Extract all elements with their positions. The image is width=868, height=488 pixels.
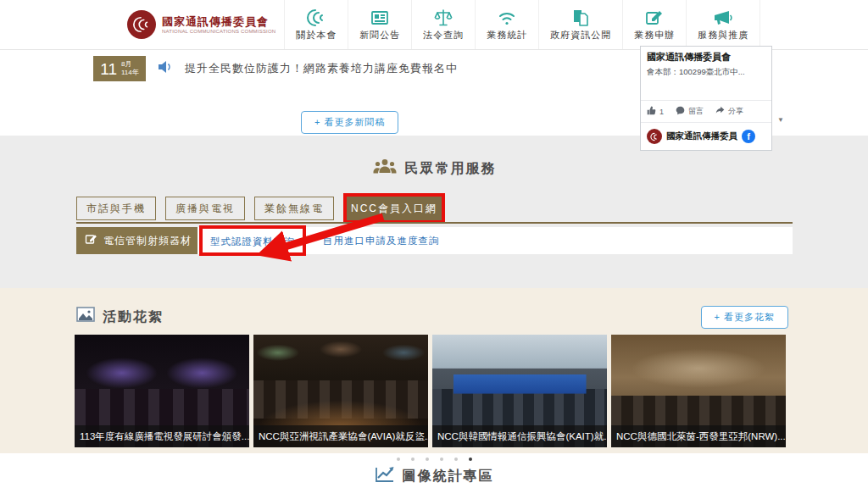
gallery-caption: NCC與亞洲視訊產業協會(AVIA)就反盜...: [253, 425, 428, 447]
speaker-icon: [157, 59, 174, 78]
logo-title: 國家通訊傳播委員會: [162, 15, 275, 29]
ncc-logo-icon: [127, 10, 156, 39]
nav-item-open-gov[interactable]: 政府資訊公開: [538, 0, 622, 49]
edit-icon: [644, 8, 665, 27]
nav-label: 政府資訊公開: [550, 29, 611, 42]
highlight-box-type-approval: 型式認證資料查詢: [199, 225, 306, 256]
widget-caret-icon[interactable]: ▼: [777, 116, 784, 124]
news-date-day: 11: [100, 61, 117, 77]
comment-icon[interactable]: [676, 106, 685, 117]
facebook-address: 會本部：100299臺北市中...: [647, 67, 765, 78]
gallery-card[interactable]: NCC與韓國情報通信振興協會(KAIT)就...: [432, 335, 607, 447]
comment-label[interactable]: 留言: [688, 106, 704, 117]
facebook-post: 國家通訊傳播委員會 會本部：100299臺北市中...: [641, 47, 771, 86]
picture-icon: [76, 307, 95, 327]
newspaper-icon: [370, 8, 390, 27]
gallery-caption: NCC與德國北萊茵-西發里亞邦(NRW)...: [611, 425, 786, 447]
facebook-page-header[interactable]: 國家通訊傳播委員 f: [641, 122, 771, 150]
more-news-button[interactable]: + 看更多新聞稿: [301, 111, 398, 134]
nav-menu: 關於本會 新聞公告 法令查詢: [284, 0, 760, 49]
signal-wave-icon: [306, 8, 326, 27]
tabs-divider: [76, 222, 793, 224]
common-services-section: 民眾常用服務 市話與手機 廣播與電視 業餘無線電 NCC會員入口網 電信管制射頻…: [0, 136, 868, 288]
news-date-badge: 11 8月114年: [93, 56, 146, 81]
nav-item-about[interactable]: 關於本會: [284, 0, 348, 49]
megaphone-icon: [712, 8, 734, 27]
gallery-section-title: 活動花絮: [103, 308, 164, 326]
site-logo[interactable]: 國家通訊傳播委員會 NATIONAL COMMUNICATIONS COMMIS…: [127, 10, 275, 39]
gallery-card[interactable]: 113年度有線廣播電視發展研討會頒發...: [75, 335, 249, 447]
wifi-icon: [497, 8, 517, 27]
nav-label: 業務統計: [487, 29, 527, 42]
carousel-dot[interactable]: [469, 458, 472, 461]
highlight-box-member-portal: NCC會員入口網: [343, 193, 445, 224]
stats-section-title: 圖像統計專區: [403, 468, 494, 485]
tab-ncc-member-portal[interactable]: NCC會員入口網: [347, 197, 442, 220]
ncc-avatar: [647, 129, 662, 144]
news-date-sub: 8月114年: [121, 60, 139, 77]
services-links-bar: 型式認證資料查詢 自用進口申請及進度查詢: [198, 227, 793, 254]
nav-label: 服務與推廣: [698, 29, 748, 42]
facebook-action-bar: 1 留言 分享: [641, 100, 771, 122]
gallery-section: 活動花絮 + 看更多花絮 113年度有線廣播電視發展研討會頒發... NCC與亞…: [0, 288, 868, 453]
nav-item-applications[interactable]: 業務申辦: [622, 0, 686, 49]
like-icon[interactable]: [647, 106, 656, 117]
nav-label: 法令查詢: [423, 29, 464, 42]
services-section-header: 民眾常用服務: [0, 158, 868, 180]
nav-item-statistics[interactable]: 業務統計: [475, 0, 538, 49]
carousel-dots: [0, 458, 868, 461]
gallery-caption: 113年度有線廣播電視發展研討會頒發...: [75, 425, 249, 447]
news-strip: 11 8月114年 提升全民數位防護力！網路素養培力講座免費報名中 + 看更多新…: [0, 49, 644, 136]
gallery-section-header: 活動花絮: [76, 307, 164, 327]
stats-section-header: 圖像統計專區: [0, 466, 868, 486]
tab-amateur-radio[interactable]: 業餘無線電: [254, 197, 334, 220]
line-chart-icon: [375, 466, 395, 486]
carousel-dot[interactable]: [397, 458, 400, 461]
gallery-caption: NCC與韓國情報通信振興協會(KAIT)就...: [432, 425, 607, 447]
tab-landline-mobile[interactable]: 市話與手機: [76, 197, 156, 220]
pencil-box-icon: [85, 233, 97, 248]
carousel-dot[interactable]: [440, 458, 443, 461]
services-tabs: 市話與手機 廣播與電視 業餘無線電 NCC會員入口網: [76, 193, 445, 224]
carousel-dot[interactable]: [411, 458, 415, 461]
news-item: 11 8月114年 提升全民數位防護力！網路素養培力講座免費報名中: [93, 56, 458, 81]
link-type-approval-query[interactable]: 型式認證資料查詢: [210, 236, 295, 247]
services-content-row: 電信管制射頻器材 型式認證資料查詢 自用進口申請及進度查詢: [76, 227, 793, 254]
top-navbar: 國家通訊傳播委員會 NATIONAL COMMUNICATIONS COMMIS…: [0, 0, 868, 50]
more-gallery-button[interactable]: + 看更多花絮: [701, 306, 788, 329]
nav-label: 關於本會: [296, 29, 337, 42]
gallery-card[interactable]: NCC與亞洲視訊產業協會(AVIA)就反盜...: [253, 335, 428, 447]
news-headline-link[interactable]: 提升全民數位防護力！網路素養培力講座免費報名中: [185, 61, 458, 76]
gallery-cards: 113年度有線廣播電視發展研討會頒發... NCC與亞洲視訊產業協會(AVIA)…: [75, 335, 786, 447]
carousel-dot[interactable]: [454, 458, 458, 461]
nav-item-laws[interactable]: 法令查詢: [411, 0, 475, 49]
tab-broadcast-tv[interactable]: 廣播與電視: [165, 197, 245, 220]
people-group-icon: [372, 158, 398, 180]
facebook-widget: 國家通訊傳播委員會 會本部：100299臺北市中... 1 留言 分享: [640, 46, 772, 151]
documents-icon: [570, 8, 591, 27]
stats-section: 圖像統計專區: [0, 453, 868, 488]
nav-label: 業務申辦: [634, 29, 675, 42]
category-label: 電信管制射頻器材: [76, 227, 198, 254]
facebook-logo-icon: f: [742, 130, 755, 143]
facebook-page-name: 國家通訊傳播委員: [666, 130, 737, 142]
nav-label: 新聞公告: [359, 29, 400, 42]
scales-icon: [433, 8, 453, 27]
share-label[interactable]: 分享: [728, 106, 743, 117]
nav-item-news[interactable]: 新聞公告: [348, 0, 411, 49]
like-count: 1: [659, 108, 664, 116]
facebook-page-title[interactable]: 國家通訊傳播委員會: [647, 51, 765, 64]
link-import-application-query[interactable]: 自用進口申請及進度查詢: [323, 235, 440, 247]
logo-subtitle: NATIONAL COMMUNICATIONS COMMISSION: [162, 29, 275, 34]
gallery-card[interactable]: NCC與德國北萊茵-西發里亞邦(NRW)...: [611, 335, 786, 447]
ncc-homepage: 國家通訊傳播委員會 NATIONAL COMMUNICATIONS COMMIS…: [0, 0, 868, 488]
share-icon[interactable]: [715, 106, 725, 117]
category-label-text: 電信管制射頻器材: [103, 234, 192, 248]
services-section-title: 民眾常用服務: [405, 160, 497, 178]
carousel-dot[interactable]: [426, 458, 429, 461]
nav-item-promotion[interactable]: 服務與推廣: [686, 0, 760, 49]
